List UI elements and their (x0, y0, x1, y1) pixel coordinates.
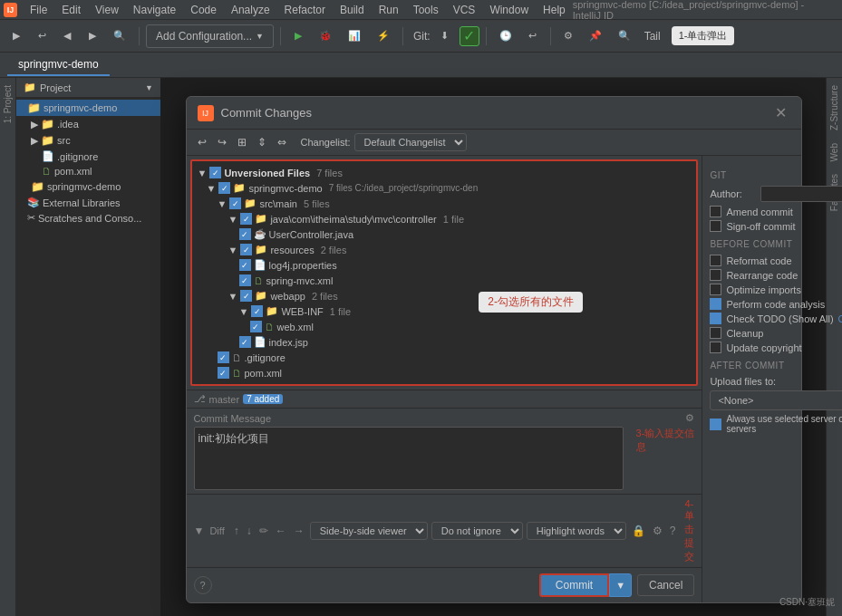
ft-springmvcxml[interactable]: ✓ 🗋 spring-mvc.xml (192, 273, 697, 288)
menu-build[interactable]: Build (333, 2, 372, 18)
toolbar-undo[interactable]: ↩ (194, 134, 210, 150)
settings-btn[interactable]: ⚙ (557, 24, 579, 48)
cb-resources[interactable]: ✓ (240, 244, 252, 255)
help-button[interactable]: ? (194, 576, 212, 594)
menu-vcs[interactable]: VCS (446, 2, 483, 18)
diff-settings-btn[interactable]: ⚙ (651, 523, 664, 539)
cb-usercontroller[interactable]: ✓ (239, 228, 251, 240)
diff-lock-btn[interactable]: 🔒 (630, 523, 647, 539)
cb-webapp[interactable]: ✓ (240, 290, 252, 302)
changelist-select[interactable]: Default Changelist (354, 133, 467, 151)
revert-btn[interactable]: ↩ (31, 24, 53, 48)
tree-item-pom[interactable]: 🗋 pom.xml (16, 164, 160, 178)
forward-btn[interactable]: ▶ (82, 24, 103, 48)
back-btn[interactable]: ◀ (56, 24, 78, 48)
author-input[interactable] (760, 186, 842, 202)
diff-highlight-select[interactable]: Highlight words (527, 522, 626, 540)
copyright-checkbox[interactable] (710, 342, 721, 353)
menu-view[interactable]: View (88, 2, 126, 18)
ft-webinf[interactable]: ▼ ✓ 📁 WEB-INF 1 file (192, 303, 697, 319)
diff-prev-btn[interactable]: ← (274, 523, 288, 539)
cb-log4j[interactable]: ✓ (239, 259, 251, 271)
project-dropdown[interactable]: ▼ (145, 83, 153, 92)
commit-button[interactable]: Commit (539, 573, 609, 597)
signoff-checkbox[interactable] (710, 220, 721, 232)
tab-springmvc-demo[interactable]: springmvc-demo (7, 54, 110, 76)
analyze-checkbox[interactable] (710, 298, 721, 310)
ft-srcmain[interactable]: ▼ ✓ 📁 src\main 5 files (192, 196, 697, 211)
toolbar-diff[interactable]: ⊞ (234, 134, 250, 150)
always-upload-checkbox[interactable] (710, 419, 721, 430)
tree-item-src[interactable]: ▶ 📁 src (16, 132, 160, 149)
cb-srcmain[interactable]: ✓ (229, 197, 241, 209)
commit-dropdown-button[interactable]: ▼ (609, 573, 632, 597)
git-update-btn[interactable]: ⬇ (434, 24, 456, 48)
find-btn[interactable]: 🔍 (107, 24, 132, 48)
menu-tools[interactable]: Tools (406, 2, 446, 18)
sidebar-project-tab[interactable]: 1: Project (1, 82, 15, 127)
ft-log4j[interactable]: ✓ 📄 log4j.properties (192, 257, 697, 273)
cb-gitignore[interactable]: ✓ (218, 351, 229, 363)
menu-analyze[interactable]: Analyze (224, 2, 277, 18)
cb-unversioned[interactable]: ✓ (209, 167, 221, 178)
tree-item-ext-libs[interactable]: 📚 External Libraries (16, 195, 160, 210)
upload-select[interactable]: <None> (710, 390, 842, 410)
ft-webapp[interactable]: ▼ ✓ 📁 webapp 2 files (192, 288, 697, 303)
diff-up-btn[interactable]: ↑ (232, 523, 241, 539)
ft-springmvc[interactable]: ▼ ✓ 📁 springmvc-demo 7 files C:/idea_pro… (192, 180, 697, 196)
tree-item-springmvc[interactable]: 📁 springmvc-demo (16, 178, 160, 195)
configure-link[interactable]: Configure (838, 313, 842, 324)
menu-edit[interactable]: Edit (54, 2, 88, 18)
menu-run[interactable]: Run (372, 2, 406, 18)
add-configuration-button[interactable]: Add Configuration... ▼ (146, 24, 274, 48)
modal-close-button[interactable]: ✕ (771, 104, 790, 121)
toolbar-collapse[interactable]: ⇔ (274, 134, 290, 150)
cb-pomxml[interactable]: ✓ (218, 367, 229, 379)
tree-item-idea[interactable]: ▶ 📁 .idea (16, 116, 160, 132)
ft-controller[interactable]: ▼ ✓ 📁 java\com\itheima\study\mvc\control… (192, 211, 697, 226)
ft-indexjsp[interactable]: ✓ 📄 index.jsp (192, 334, 697, 350)
diff-viewer-select[interactable]: Side-by-side viewer (310, 522, 428, 540)
ft-webxml[interactable]: ✓ 🗋 web.xml (192, 319, 697, 334)
cb-springmvc[interactable]: ✓ (218, 182, 230, 194)
git-commit-btn[interactable]: ✓ (460, 26, 479, 46)
rearrange-checkbox[interactable] (710, 269, 721, 281)
cb-springmvcxml[interactable]: ✓ (239, 274, 251, 286)
cb-controller[interactable]: ✓ (240, 213, 252, 225)
reformat-checkbox[interactable] (710, 255, 721, 266)
cb-webinf[interactable]: ✓ (251, 305, 263, 317)
tree-root[interactable]: 📁 springmvc-demo (16, 100, 160, 116)
tree-item-gitignore[interactable]: 📄 .gitignore (16, 149, 160, 164)
profile-btn[interactable]: ⚡ (371, 24, 396, 48)
diff-help-btn[interactable]: ? (668, 523, 678, 539)
revert2-btn[interactable]: ↩ (522, 24, 544, 48)
ft-gitignore[interactable]: ✓ 🗋 .gitignore (192, 350, 697, 365)
menu-file[interactable]: File (23, 2, 54, 18)
diff-edit-btn[interactable]: ✏ (257, 523, 270, 539)
coverage-btn[interactable]: 📊 (342, 24, 367, 48)
ft-usercontroller[interactable]: ✓ ☕ UserController.java (192, 226, 697, 242)
menu-window[interactable]: Window (482, 2, 536, 18)
commit-message-input[interactable]: init:初始化项目 (194, 427, 624, 490)
cb-webxml[interactable]: ✓ (250, 321, 262, 332)
menu-navigate[interactable]: Navigate (126, 2, 183, 18)
sidebar-zstructure[interactable]: Z-Structure (827, 82, 841, 134)
ft-unversioned[interactable]: ▼ ✓ Unversioned Files 7 files (192, 165, 697, 180)
search-everywhere-btn[interactable]: 🔍 (612, 24, 637, 48)
todo-checkbox[interactable] (710, 313, 721, 324)
menu-help[interactable]: Help (536, 2, 573, 18)
diff-down-btn[interactable]: ↓ (245, 523, 254, 539)
cancel-button[interactable]: Cancel (637, 574, 694, 596)
build-btn[interactable]: ▶ (5, 24, 27, 48)
amend-checkbox[interactable] (710, 206, 721, 217)
commit-msg-settings-icon[interactable]: ⚙ (685, 412, 694, 424)
debug-btn[interactable]: 🐞 (313, 24, 338, 48)
ft-pomxml[interactable]: ✓ 🗋 pom.xml (192, 365, 697, 380)
toolbar-redo[interactable]: ↪ (214, 134, 230, 150)
tree-item-scratches[interactable]: ✂ Scratches and Conso... (16, 210, 160, 226)
run-btn[interactable]: ▶ (287, 24, 309, 48)
history-btn[interactable]: 🕒 (493, 24, 518, 48)
optimize-checkbox[interactable] (710, 284, 721, 295)
cb-indexjsp[interactable]: ✓ (239, 336, 251, 348)
ft-resources[interactable]: ▼ ✓ 📁 resources 2 files (192, 242, 697, 257)
